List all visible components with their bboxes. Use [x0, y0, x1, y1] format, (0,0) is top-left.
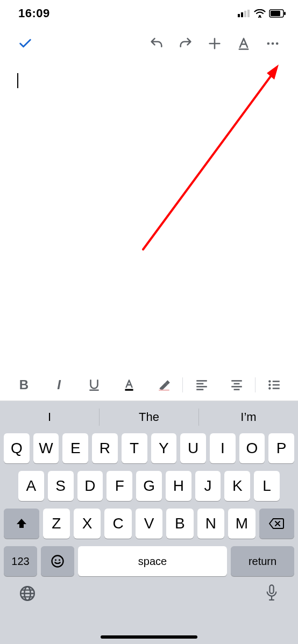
svg-point-33 [59, 559, 60, 561]
highlight-button[interactable] [146, 373, 181, 397]
more-button[interactable] [258, 30, 287, 57]
globe-icon[interactable] [18, 584, 37, 603]
svg-point-4 [259, 15, 261, 17]
key-a[interactable]: A [18, 471, 44, 501]
svg-rect-7 [284, 12, 286, 15]
return-key[interactable]: return [231, 546, 294, 576]
key-s[interactable]: S [48, 471, 74, 501]
divider [255, 377, 256, 392]
bold-button[interactable]: B [6, 373, 41, 397]
emoji-key[interactable] [41, 546, 74, 576]
italic-button[interactable]: I [41, 373, 76, 397]
key-z[interactable]: Z [43, 509, 70, 539]
svg-point-29 [268, 383, 271, 385]
redo-button[interactable] [171, 30, 200, 57]
svg-point-9 [267, 42, 270, 45]
key-r[interactable]: R [92, 433, 118, 463]
key-j[interactable]: J [195, 471, 221, 501]
key-row-1: Q W E R T Y U I O P [0, 433, 298, 463]
key-row-3: Z X C V B N M [0, 509, 298, 539]
home-indicator[interactable] [101, 635, 197, 639]
app-toolbar [0, 27, 298, 60]
key-f[interactable]: F [107, 471, 132, 501]
align-center-button[interactable] [219, 373, 254, 397]
keyboard-footer [0, 582, 298, 611]
key-d[interactable]: D [77, 471, 103, 501]
space-key[interactable]: space [78, 546, 227, 576]
svg-rect-15 [125, 389, 133, 390]
key-n[interactable]: N [197, 509, 224, 539]
key-l[interactable]: L [254, 471, 280, 501]
text-cursor [17, 73, 18, 88]
backspace-key[interactable] [259, 509, 295, 539]
annotation-arrow [140, 60, 285, 254]
undo-button[interactable] [142, 30, 171, 57]
svg-rect-0 [238, 14, 240, 17]
suggestion-1[interactable]: I [0, 410, 99, 424]
text-format-button[interactable] [229, 30, 258, 57]
insert-button[interactable] [200, 30, 229, 57]
suggestion-2[interactable]: The [100, 410, 198, 424]
divider [182, 377, 183, 392]
key-m[interactable]: M [228, 509, 255, 539]
dictation-icon[interactable] [264, 584, 280, 603]
bold-label: B [19, 377, 29, 392]
wifi-icon [254, 9, 266, 18]
key-o[interactable]: O [239, 433, 265, 463]
svg-point-10 [272, 42, 274, 45]
svg-point-28 [268, 380, 271, 382]
status-icons [238, 9, 286, 18]
shift-key[interactable] [4, 509, 39, 539]
svg-rect-6 [271, 11, 280, 16]
key-x[interactable]: X [74, 509, 101, 539]
key-row-2: A S D F G H J K L [0, 471, 298, 501]
key-p[interactable]: P [268, 433, 294, 463]
document-body[interactable] [0, 60, 298, 369]
key-i[interactable]: I [210, 433, 236, 463]
key-y[interactable]: Y [151, 433, 177, 463]
svg-rect-1 [241, 12, 243, 17]
svg-point-30 [268, 387, 271, 389]
bulleted-list-button[interactable] [257, 373, 292, 397]
key-w[interactable]: W [33, 433, 59, 463]
svg-rect-3 [247, 10, 250, 17]
key-e[interactable]: E [62, 433, 88, 463]
svg-rect-16 [159, 389, 169, 390]
key-h[interactable]: H [166, 471, 191, 501]
key-b[interactable]: B [166, 509, 193, 539]
format-toolbar: B I [0, 369, 298, 401]
svg-marker-13 [267, 65, 279, 80]
keyboard-suggestions: I The I’m [0, 401, 298, 433]
svg-point-31 [52, 556, 63, 567]
svg-rect-2 [244, 11, 246, 17]
key-c[interactable]: C [104, 509, 131, 539]
italic-label: I [57, 377, 61, 392]
align-left-button[interactable] [184, 373, 219, 397]
svg-point-11 [276, 42, 279, 45]
keyboard: I The I’m Q W E R T Y U I O P A S D F G … [0, 401, 298, 644]
suggestion-3[interactable]: I’m [199, 410, 298, 424]
svg-point-32 [55, 559, 56, 561]
status-bar: 16:09 [0, 0, 298, 27]
svg-line-12 [143, 70, 275, 249]
key-row-4: 123 space return [0, 546, 298, 576]
key-q[interactable]: Q [4, 433, 30, 463]
cellular-icon [238, 10, 251, 17]
text-color-button[interactable] [111, 373, 146, 397]
key-v[interactable]: V [136, 509, 162, 539]
key-g[interactable]: G [136, 471, 162, 501]
battery-icon [269, 9, 286, 18]
key-t[interactable]: T [122, 433, 147, 463]
key-u[interactable]: U [180, 433, 206, 463]
numbers-key[interactable]: 123 [4, 546, 37, 576]
underline-button[interactable] [76, 373, 111, 397]
status-time: 16:09 [18, 6, 50, 20]
key-k[interactable]: K [224, 471, 250, 501]
svg-rect-39 [269, 585, 273, 593]
done-button[interactable] [11, 30, 40, 57]
